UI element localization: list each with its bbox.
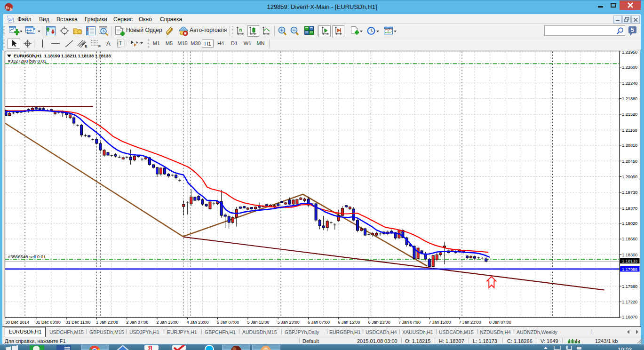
svg-text:1.17580: 1.17580 — [622, 284, 637, 289]
svg-text:1 Jan 23:00: 1 Jan 23:00 — [96, 320, 118, 325]
svg-text:1.21880: 1.21880 — [622, 96, 637, 101]
svg-text:#3566548 sell 0.01: #3566548 sell 0.01 — [8, 254, 46, 259]
svg-text:1.21160: 1.21160 — [622, 128, 637, 133]
svg-text:31 Dec 11:00: 31 Dec 11:00 — [66, 320, 91, 325]
svg-text:7 Jan 15:00: 7 Jan 15:00 — [429, 320, 451, 325]
svg-text:1.22950: 1.22950 — [622, 50, 637, 55]
svg-text:5 Jan 07:00: 5 Jan 07:00 — [217, 320, 239, 325]
svg-text:4 Jan 23:00: 4 Jan 23:00 — [187, 320, 209, 325]
svg-text:31 Dec 03:00: 31 Dec 03:00 — [35, 320, 61, 325]
svg-text:7 Jan 23:00: 7 Jan 23:00 — [459, 320, 481, 325]
svg-text:1.21520: 1.21520 — [622, 112, 637, 117]
svg-text:7 Jan 07:00: 7 Jan 07:00 — [398, 320, 421, 325]
svg-text:1.22600: 1.22600 — [622, 65, 637, 70]
svg-text:6 Jan 15:00: 6 Jan 15:00 — [338, 320, 360, 325]
svg-text:1.20090: 1.20090 — [622, 175, 637, 179]
svg-text:5 Jan 23:00: 5 Jan 23:00 — [278, 320, 300, 325]
svg-text:1.19020: 1.19020 — [622, 221, 637, 226]
svg-text:1.18660: 1.18660 — [622, 237, 637, 241]
svg-text:1.17956: 1.17956 — [622, 267, 637, 272]
svg-text:1.18133: 1.18133 — [622, 259, 637, 263]
svg-text:1.20450: 1.20450 — [622, 159, 637, 164]
svg-text:1.22240: 1.22240 — [622, 81, 637, 86]
svg-text:6 Jan 23:00: 6 Jan 23:00 — [368, 320, 390, 325]
svg-text:5 Jan 15:00: 5 Jan 15:00 — [247, 320, 269, 325]
svg-text:1.16870: 1.16870 — [622, 315, 637, 319]
svg-text:1.19370: 1.19370 — [622, 206, 637, 211]
svg-text:8 Jan 07:00: 8 Jan 07:00 — [489, 320, 511, 325]
svg-text:2 Jan 07:00: 2 Jan 07:00 — [126, 320, 148, 325]
svg-text:1.17220: 1.17220 — [622, 300, 637, 304]
svg-text:1.18300: 1.18300 — [622, 253, 637, 257]
svg-text:2 Jan 15:00: 2 Jan 15:00 — [157, 320, 179, 325]
svg-text:1.20810: 1.20810 — [622, 143, 637, 148]
svg-text:E: E — [85, 44, 87, 48]
svg-text:6 Jan 07:00: 6 Jan 07:00 — [308, 320, 330, 325]
svg-text:EURUSDh,H1 1.18199 1.18211 1.: EURUSDh,H1 1.18199 1.18211 1.18133 1.181… — [14, 53, 111, 58]
svg-text:30 Dec 2014: 30 Dec 2014 — [5, 320, 29, 325]
svg-text:#3327208 buy 0.01: #3327208 buy 0.01 — [8, 58, 46, 64]
svg-text:F: F — [98, 44, 101, 48]
svg-text:1.19730: 1.19730 — [622, 190, 637, 195]
